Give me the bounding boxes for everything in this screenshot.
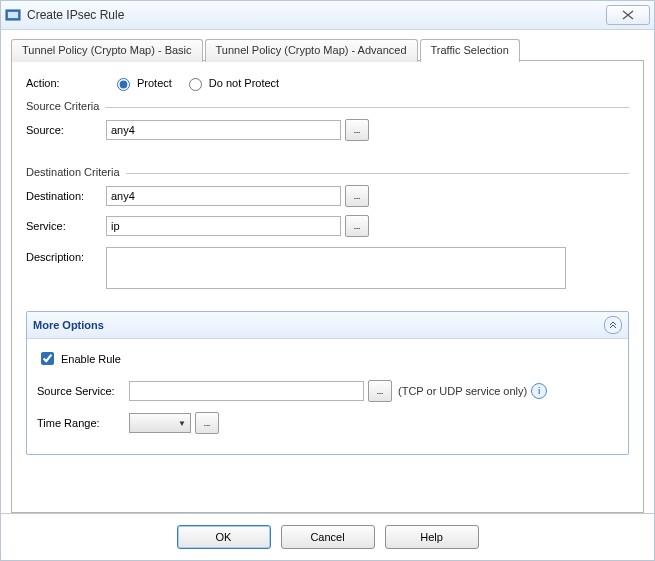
time-range-select[interactable]: ▼: [129, 413, 191, 433]
close-icon: [622, 10, 634, 20]
source-browse-button[interactable]: ...: [345, 119, 369, 141]
action-row: Action: Protect Do not Protect: [26, 75, 629, 91]
collapse-button[interactable]: [604, 316, 622, 334]
tab-panel: Action: Protect Do not Protect Source Cr…: [11, 60, 644, 513]
cancel-button[interactable]: Cancel: [281, 525, 375, 549]
enable-rule-checkbox[interactable]: [41, 352, 54, 365]
more-options-panel: More Options Enable Rule Source Service:: [26, 311, 629, 455]
more-options-title: More Options: [33, 319, 604, 331]
enable-rule-label: Enable Rule: [61, 353, 121, 365]
service-input[interactable]: [106, 216, 341, 236]
description-input[interactable]: [106, 247, 566, 289]
tab-traffic-selection[interactable]: Traffic Selection: [420, 39, 520, 62]
more-options-body: Enable Rule Source Service: ... (TCP or …: [27, 339, 628, 454]
divider: [26, 107, 629, 108]
radio-do-not-protect[interactable]: [189, 78, 202, 91]
radio-protect-label: Protect: [137, 77, 172, 89]
dialog-footer: OK Cancel Help: [1, 513, 654, 560]
window-title: Create IPsec Rule: [27, 8, 606, 22]
destination-input[interactable]: [106, 186, 341, 206]
cancel-button-label: Cancel: [310, 531, 344, 543]
chevron-down-icon: ▼: [178, 419, 186, 428]
source-label: Source:: [26, 124, 106, 136]
source-criteria-fieldset: Source Criteria Source: ...: [26, 107, 629, 149]
service-label: Service:: [26, 220, 106, 232]
time-range-label: Time Range:: [37, 417, 129, 429]
tab-tunnel-basic[interactable]: Tunnel Policy (Crypto Map) - Basic: [11, 39, 203, 62]
ok-button-label: OK: [216, 531, 232, 543]
tab-tunnel-advanced[interactable]: Tunnel Policy (Crypto Map) - Advanced: [205, 39, 418, 62]
destination-label: Destination:: [26, 190, 106, 202]
destination-browse-button[interactable]: ...: [345, 185, 369, 207]
destination-criteria-legend: Destination Criteria: [26, 166, 126, 178]
source-service-hint: (TCP or UDP service only): [398, 385, 527, 397]
info-icon[interactable]: i: [531, 383, 547, 399]
source-service-label: Source Service:: [37, 385, 129, 397]
close-button[interactable]: [606, 5, 650, 25]
tab-bar: Tunnel Policy (Crypto Map) - Basic Tunne…: [11, 38, 644, 61]
titlebar: Create IPsec Rule: [1, 1, 654, 30]
radio-protect-wrap[interactable]: Protect: [112, 75, 172, 91]
ok-button[interactable]: OK: [177, 525, 271, 549]
dialog-body: Tunnel Policy (Crypto Map) - Basic Tunne…: [1, 30, 654, 513]
dialog-window: Create IPsec Rule Tunnel Policy (Crypto …: [0, 0, 655, 561]
action-label: Action:: [26, 77, 106, 89]
time-range-browse-button[interactable]: ...: [195, 412, 219, 434]
radio-protect[interactable]: [117, 78, 130, 91]
svg-rect-1: [8, 12, 18, 18]
service-browse-button[interactable]: ...: [345, 215, 369, 237]
radio-do-not-protect-label: Do not Protect: [209, 77, 279, 89]
source-input[interactable]: [106, 120, 341, 140]
help-button-label: Help: [420, 531, 443, 543]
description-label: Description:: [26, 247, 106, 263]
source-service-browse-button[interactable]: ...: [368, 380, 392, 402]
chevron-up-icon: [609, 320, 617, 330]
destination-criteria-fieldset: Destination Criteria Destination: ... Se…: [26, 173, 629, 297]
radio-donotprotect-wrap[interactable]: Do not Protect: [184, 75, 279, 91]
more-options-header[interactable]: More Options: [27, 312, 628, 339]
app-icon: [5, 7, 21, 23]
source-service-input[interactable]: [129, 381, 364, 401]
help-button[interactable]: Help: [385, 525, 479, 549]
source-criteria-legend: Source Criteria: [26, 100, 105, 112]
